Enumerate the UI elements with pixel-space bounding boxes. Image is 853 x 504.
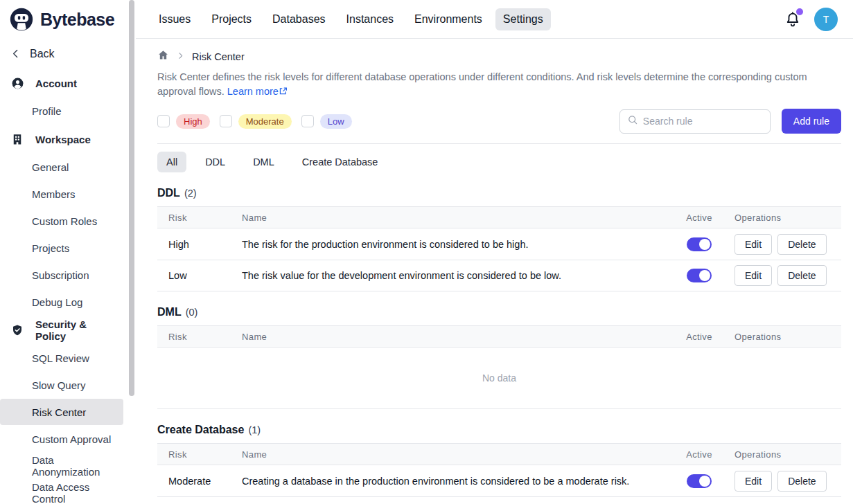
nav-item-settings[interactable]: Settings	[495, 8, 551, 30]
active-toggle[interactable]	[687, 237, 712, 251]
sidebar-item-data-access-control[interactable]: Data Access Control	[0, 480, 123, 504]
page-description: Risk Center defines the risk levels for …	[157, 70, 841, 99]
edit-button[interactable]: Edit	[735, 471, 772, 492]
tab-all[interactable]: All	[157, 152, 186, 172]
section-ddl: DDL (2) Risk Name Active Operations High…	[157, 187, 841, 291]
active-toggle[interactable]	[687, 269, 712, 282]
sidebar-item-sql-review[interactable]: SQL Review	[0, 345, 123, 371]
sidebar-item-custom-approval[interactable]: Custom Approval	[0, 426, 123, 452]
edit-button[interactable]: Edit	[735, 265, 772, 286]
building-icon	[11, 133, 24, 146]
nav-item-environments[interactable]: Environments	[407, 8, 490, 30]
bytebase-logo-icon	[8, 6, 35, 33]
sidebar-item-profile[interactable]: Profile	[0, 98, 123, 124]
back-button[interactable]: Back	[0, 40, 127, 68]
app-window: Bytebase Back Account Profile	[0, 0, 853, 504]
nav-item-projects[interactable]: Projects	[204, 8, 259, 30]
search-icon	[627, 114, 638, 128]
name-cell: Creating a database in the production en…	[231, 476, 672, 487]
sidebar-item-data-anonymization[interactable]: Data Anonymization	[0, 453, 123, 479]
search-box	[619, 109, 771, 134]
learn-more-link[interactable]: Learn more	[227, 86, 279, 97]
section-create-database: Create Database (1) Risk Name Active Ope…	[157, 424, 841, 497]
category-tabs: All DDL DML Create Database	[157, 152, 841, 172]
filter-low: Low	[301, 114, 352, 129]
sidebar-item-debug-log[interactable]: Debug Log	[0, 289, 123, 315]
low-badge: Low	[320, 114, 352, 129]
page-title: Risk Center	[192, 51, 245, 62]
tab-ddl[interactable]: DDL	[196, 152, 234, 172]
risk-center-content: Risk Center Risk Center defines the risk…	[136, 39, 853, 497]
high-badge: High	[176, 114, 210, 129]
home-icon[interactable]	[157, 49, 169, 64]
filter-moderate: Moderate	[220, 114, 292, 129]
sidebar-section-security-policy: Security & Policy	[0, 316, 127, 344]
chevron-right-icon	[176, 51, 185, 63]
add-rule-button[interactable]: Add rule	[782, 109, 841, 134]
sidebar-section-label: Workspace	[35, 134, 91, 145]
sidebar-item-members[interactable]: Members	[0, 181, 123, 207]
notification-dot	[796, 8, 803, 15]
section-heading: DML (0)	[157, 306, 841, 318]
edit-button[interactable]: Edit	[735, 234, 772, 255]
active-toggle[interactable]	[687, 474, 712, 488]
section-heading: DDL (2)	[157, 187, 841, 199]
chevron-left-icon	[10, 48, 23, 61]
table-header-row: Risk Name Active Operations	[157, 444, 841, 465]
settings-sidebar: Bytebase Back Account Profile	[0, 0, 136, 504]
name-cell: The risk value for the development envir…	[231, 270, 672, 281]
sidebar-item-subscription[interactable]: Subscription	[0, 262, 123, 288]
sidebar-item-custom-roles[interactable]: Custom Roles	[0, 208, 123, 234]
risk-cell: Low	[157, 270, 231, 281]
sidebar-item-general[interactable]: General	[0, 154, 123, 180]
sidebar-section-workspace: Workspace	[0, 125, 127, 153]
table-row: High The risk for the production environ…	[157, 228, 841, 260]
nav-item-instances[interactable]: Instances	[339, 8, 401, 30]
shield-icon	[11, 324, 24, 337]
delete-button[interactable]: Delete	[777, 234, 826, 255]
table-header-row: Risk Name Active Operations	[157, 326, 841, 348]
delete-button[interactable]: Delete	[777, 471, 826, 492]
ddl-table: Risk Name Active Operations High The ris…	[157, 206, 841, 291]
delete-button[interactable]: Delete	[777, 265, 826, 286]
breadcrumb: Risk Center	[157, 49, 841, 64]
topnav-right: T	[784, 8, 838, 31]
sidebar-item-slow-query[interactable]: Slow Query	[0, 372, 123, 398]
user-icon	[11, 77, 24, 90]
table-header-row: Risk Name Active Operations	[157, 207, 841, 228]
tab-dml[interactable]: DML	[244, 152, 283, 172]
filter-actions: Add rule	[619, 109, 841, 134]
sidebar-item-projects[interactable]: Projects	[0, 235, 123, 261]
risk-cell: Moderate	[157, 476, 231, 487]
no-data-message: No data	[157, 348, 841, 408]
sidebar-section-account: Account	[0, 69, 127, 97]
low-checkbox[interactable]	[301, 115, 314, 127]
filter-bar: High Moderate Low	[157, 109, 841, 144]
notification-bell-icon[interactable]	[784, 10, 802, 28]
section-heading: Create Database (1)	[157, 424, 841, 436]
create-database-table: Risk Name Active Operations Moderate Cre…	[157, 443, 841, 497]
brand-name: Bytebase	[40, 10, 114, 30]
moderate-checkbox[interactable]	[220, 115, 232, 127]
top-nav-items: Issues Projects Databases Instances Envi…	[151, 8, 551, 30]
name-cell: The risk for the production environment …	[231, 239, 672, 250]
filter-high: High	[157, 114, 210, 129]
table-row: Moderate Creating a database in the prod…	[157, 465, 841, 496]
main-area: Issues Projects Databases Instances Envi…	[136, 0, 853, 504]
sidebar-section-label: Account	[35, 78, 77, 89]
risk-level-filters: High Moderate Low	[157, 114, 352, 129]
sidebar-scrollbar[interactable]	[129, 0, 134, 396]
nav-item-databases[interactable]: Databases	[265, 8, 333, 30]
section-dml: DML (0) Risk Name Active Operations No d…	[157, 306, 841, 409]
back-label: Back	[30, 48, 55, 60]
sidebar-section-label: Security & Policy	[35, 318, 116, 342]
high-checkbox[interactable]	[157, 115, 170, 127]
sidebar-item-risk-center[interactable]: Risk Center	[0, 399, 123, 425]
search-input[interactable]	[643, 116, 763, 127]
tab-create-database[interactable]: Create Database	[293, 152, 387, 172]
brand-logo[interactable]: Bytebase	[0, 0, 127, 39]
table-row: Low The risk value for the development e…	[157, 260, 841, 291]
avatar[interactable]: T	[814, 8, 838, 31]
nav-item-issues[interactable]: Issues	[151, 8, 198, 30]
external-link-icon	[279, 86, 288, 97]
